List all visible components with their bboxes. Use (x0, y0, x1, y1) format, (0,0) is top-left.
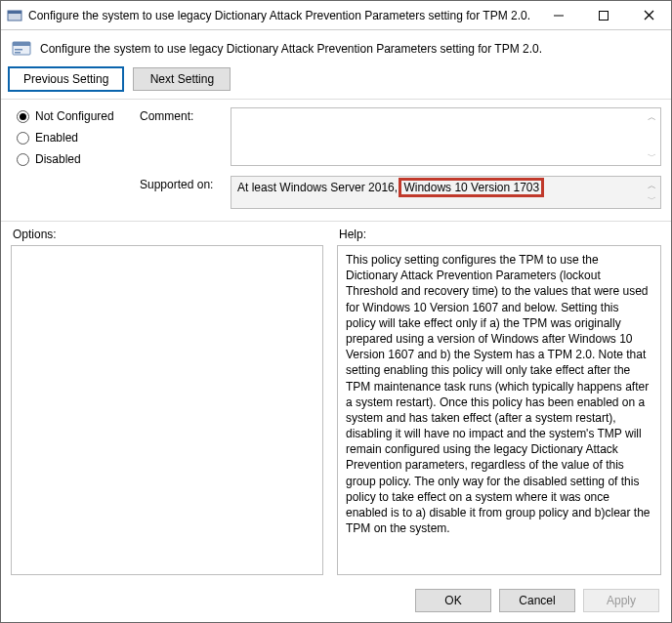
title-bar: Configure the system to use legacy Dicti… (1, 1, 671, 30)
policy-header-text: Configure the system to use legacy Dicti… (40, 42, 542, 56)
options-panel (11, 245, 323, 575)
maximize-button[interactable] (581, 1, 626, 30)
radio-icon (17, 110, 29, 123)
chevron-up-icon[interactable]: ︿ (645, 110, 658, 124)
comment-input[interactable]: ︿ ﹀ (231, 107, 661, 166)
radio-not-configured[interactable]: Not Configured (17, 109, 124, 123)
minimize-button[interactable] (536, 1, 581, 30)
radio-label: Disabled (35, 152, 81, 166)
previous-setting-button[interactable]: Previous Setting (9, 67, 123, 91)
chevron-down-icon[interactable]: ﹀ (645, 192, 658, 206)
options-label: Options: (11, 228, 323, 241)
window-title: Configure the system to use legacy Dicti… (28, 9, 536, 22)
radio-label: Enabled (35, 131, 78, 145)
radio-icon (17, 153, 29, 166)
radio-enabled[interactable]: Enabled (17, 131, 124, 145)
help-label: Help: (337, 228, 661, 241)
policy-icon (11, 38, 32, 60)
supported-text-highlight: Windows 10 Version 1703 (399, 178, 544, 197)
radio-disabled[interactable]: Disabled (17, 152, 124, 166)
policy-header: Configure the system to use legacy Dicti… (1, 30, 671, 63)
svg-rect-7 (13, 42, 30, 46)
supported-on-value: At least Windows Server 2016, Windows 10… (231, 176, 661, 209)
cancel-button[interactable]: Cancel (499, 589, 575, 612)
lower-area: Options: Help: This policy setting confi… (1, 222, 671, 579)
footer: OK Cancel Apply (1, 579, 671, 622)
close-button[interactable] (626, 1, 671, 30)
settings-area: Not Configured Enabled Disabled Comment:… (1, 100, 671, 213)
chevron-down-icon[interactable]: ﹀ (645, 149, 658, 163)
radio-icon (17, 132, 29, 145)
radio-label: Not Configured (35, 109, 114, 123)
app-icon (7, 8, 22, 23)
svg-rect-1 (8, 11, 21, 14)
chevron-up-icon[interactable]: ︿ (645, 179, 658, 192)
help-text: This policy setting configures the TPM t… (346, 253, 651, 535)
svg-rect-3 (600, 11, 609, 20)
fields-area: Comment: ︿ ﹀ Supported on: At least Wind… (140, 107, 661, 209)
ok-button[interactable]: OK (415, 589, 491, 612)
next-setting-button[interactable]: Next Setting (133, 67, 231, 91)
apply-button[interactable]: Apply (583, 589, 659, 612)
help-panel: This policy setting configures the TPM t… (337, 245, 661, 575)
supported-text-a: At least Windows Server 2016, (237, 181, 398, 194)
comment-label: Comment: (140, 107, 223, 166)
svg-rect-8 (15, 49, 22, 51)
radio-group: Not Configured Enabled Disabled (17, 107, 124, 209)
supported-on-label: Supported on: (140, 176, 223, 209)
nav-row: Previous Setting Next Setting (1, 63, 671, 99)
svg-rect-9 (15, 52, 21, 54)
